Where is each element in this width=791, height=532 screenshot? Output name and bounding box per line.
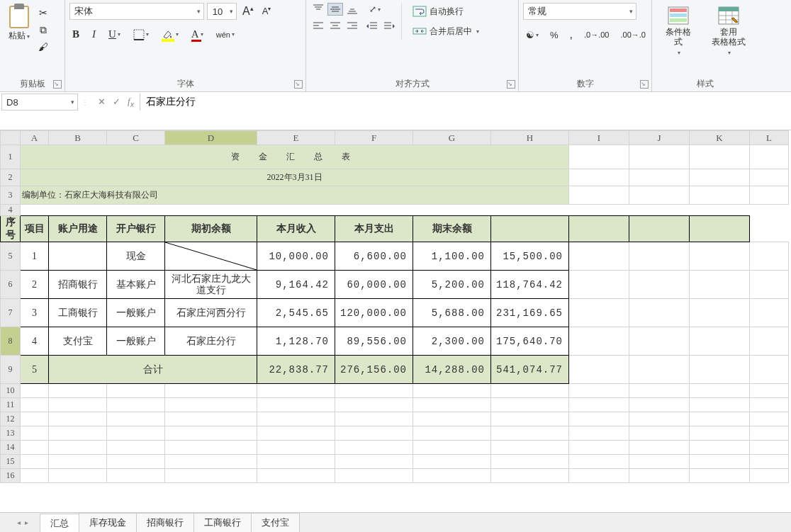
cell-no[interactable]: 4 [21, 327, 49, 356]
cancel-icon[interactable]: ✕ [98, 96, 106, 108]
table-header[interactable]: 期初余额 [165, 216, 257, 242]
cell[interactable] [335, 441, 413, 455]
cell[interactable] [629, 327, 690, 356]
cell[interactable] [750, 145, 789, 169]
cell[interactable] [107, 455, 165, 469]
cell[interactable] [690, 169, 750, 186]
table-header[interactable]: 开户银行 [107, 216, 165, 242]
col-header[interactable]: A [21, 131, 49, 145]
cell[interactable] [257, 384, 335, 398]
number-format-select[interactable]: 常规 [523, 3, 636, 20]
cell-b0[interactable]: 2,545.65 [257, 299, 335, 327]
cell[interactable] [690, 441, 750, 455]
row-header[interactable]: 5 [1, 242, 21, 271]
cell[interactable] [107, 398, 165, 412]
cell[interactable] [569, 426, 629, 441]
align-launcher[interactable]: ↘ [507, 80, 515, 89]
cell[interactable] [491, 455, 569, 469]
unit-cell[interactable]: 编制单位：石家庄大海科技有限公司 [21, 186, 569, 205]
cell[interactable] [49, 426, 107, 441]
phonetic-button[interactable]: wén▾ [213, 29, 237, 40]
col-header[interactable]: I [569, 131, 629, 145]
cell[interactable] [569, 169, 629, 186]
wrap-text-button[interactable]: 自动换行 [406, 3, 486, 20]
cell[interactable] [569, 216, 629, 242]
cell-b0[interactable]: 22,838.77 [257, 356, 335, 384]
cell-no[interactable]: 1 [21, 242, 49, 271]
cell[interactable] [690, 242, 750, 271]
sheet-tab[interactable]: 招商银行 [136, 513, 194, 533]
cell[interactable] [165, 398, 257, 412]
cell[interactable] [569, 327, 629, 356]
orientation-icon[interactable]: ⤢▾ [364, 3, 386, 16]
bold-button[interactable]: B [69, 27, 82, 42]
cell[interactable] [569, 356, 629, 384]
cell[interactable] [413, 469, 491, 483]
row-header[interactable]: 4 [1, 205, 21, 216]
cell[interactable] [165, 469, 257, 483]
cell-proj[interactable]: 招商银行 [49, 271, 107, 299]
col-header[interactable]: G [413, 131, 491, 145]
cell[interactable] [690, 186, 750, 205]
cell[interactable] [21, 426, 49, 441]
comma-button[interactable]: , [567, 27, 576, 43]
cell-proj[interactable]: 工商银行 [49, 299, 107, 327]
sheet-tab[interactable]: 工商银行 [193, 513, 252, 533]
cell[interactable] [491, 412, 569, 426]
cell[interactable] [629, 412, 690, 426]
merge-center-button[interactable]: 合并后居中▾ [406, 23, 486, 40]
cell[interactable] [569, 299, 629, 327]
cell[interactable] [21, 384, 49, 398]
cell[interactable] [750, 242, 789, 271]
fx-icon[interactable]: fx [128, 96, 134, 108]
cell[interactable] [165, 426, 257, 441]
cell[interactable] [257, 469, 335, 483]
row-header[interactable]: 2 [1, 169, 21, 186]
number-launcher[interactable]: ↘ [640, 80, 649, 89]
cell[interactable] [690, 469, 750, 483]
cell-in[interactable]: 89,556.00 [335, 327, 413, 356]
font-color-button[interactable]: A▾ [189, 27, 206, 42]
row-header[interactable]: 12 [1, 412, 21, 426]
cell[interactable] [335, 455, 413, 469]
col-header[interactable]: H [491, 131, 569, 145]
cell[interactable] [569, 441, 629, 455]
cell[interactable] [629, 455, 690, 469]
cell[interactable] [107, 384, 165, 398]
cell[interactable] [629, 169, 690, 186]
cut-icon[interactable]: ✂ [37, 7, 50, 18]
cell[interactable] [750, 426, 789, 441]
row-header[interactable]: 13 [1, 426, 21, 441]
cell[interactable] [750, 398, 789, 412]
row-header[interactable]: 8 [1, 327, 21, 356]
cell[interactable] [413, 441, 491, 455]
cell[interactable] [750, 169, 789, 186]
cell[interactable] [21, 412, 49, 426]
cell[interactable] [690, 271, 750, 299]
font-launcher[interactable]: ↘ [294, 80, 303, 89]
title-cell[interactable]: 资 金 汇 总 表 [21, 145, 569, 169]
cell[interactable] [107, 412, 165, 426]
cell[interactable] [165, 441, 257, 455]
cell-b1[interactable]: 15,500.00 [491, 242, 569, 271]
cell[interactable] [690, 327, 750, 356]
cell[interactable] [491, 469, 569, 483]
cell[interactable] [335, 469, 413, 483]
cell-b1[interactable]: 118,764.42 [491, 271, 569, 299]
cell-bank[interactable]: 石家庄分行 [165, 327, 257, 356]
cell[interactable] [569, 455, 629, 469]
cell-acct[interactable]: 现金 [107, 242, 165, 271]
table-header[interactable]: 期末余额 [413, 216, 491, 242]
cell[interactable] [21, 398, 49, 412]
cell[interactable] [257, 441, 335, 455]
cell-b0[interactable]: 9,164.42 [257, 271, 335, 299]
cell[interactable] [257, 455, 335, 469]
cell[interactable] [690, 398, 750, 412]
cell[interactable] [49, 441, 107, 455]
increase-decimal-icon[interactable]: .0→.00 [581, 29, 612, 40]
row-header[interactable]: 9 [1, 356, 21, 384]
name-box[interactable]: D8 [1, 94, 78, 111]
cell[interactable] [491, 384, 569, 398]
col-header[interactable]: E [257, 131, 335, 145]
col-header[interactable]: J [629, 131, 690, 145]
